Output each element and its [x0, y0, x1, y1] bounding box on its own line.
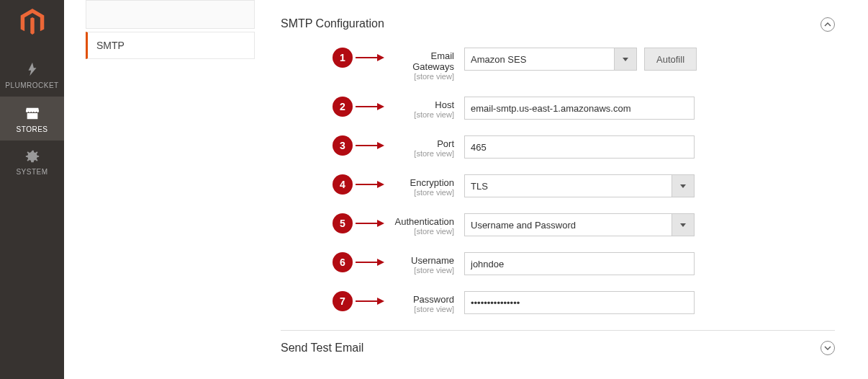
nav-item-system[interactable]: SYSTEM: [0, 141, 64, 183]
select-caret[interactable]: [672, 174, 695, 197]
row-password: 7 Password [store view]: [281, 291, 835, 314]
arrow-icon: [356, 53, 384, 63]
authentication-select[interactable]: Username and Password: [464, 213, 672, 236]
caret-down-icon: [679, 221, 687, 228]
config-subnav: SMTP: [64, 0, 255, 379]
subnav-item-smtp[interactable]: SMTP: [86, 32, 255, 59]
callout-badge: 3: [333, 135, 353, 156]
row-email-gateways: 1 Email Gateways [store view] Amazon SES…: [281, 48, 835, 81]
arrow-icon: [356, 102, 384, 112]
field-label: Email Gateways: [389, 50, 454, 72]
svg-marker-6: [377, 142, 384, 149]
svg-marker-1: [377, 54, 384, 61]
field-scope: [store view]: [389, 110, 454, 119]
section-title: SMTP Configuration: [281, 17, 835, 30]
field-label: Authentication: [389, 216, 454, 227]
field-scope: [store view]: [389, 305, 454, 313]
callout-badge: 6: [333, 252, 353, 272]
password-input[interactable]: [464, 291, 695, 314]
section2-title: Send Test Email: [281, 342, 363, 355]
nav-label: SYSTEM: [0, 168, 64, 176]
field-label: Port: [389, 138, 454, 149]
admin-sidebar: PLUMROCKET STORES SYSTEM: [0, 0, 64, 379]
nav-label: STORES: [0, 125, 64, 133]
field-scope: [store view]: [389, 72, 454, 81]
arrow-icon: [356, 218, 384, 228]
row-host: 2 Host [store view]: [281, 97, 835, 120]
caret-down-icon: [679, 182, 687, 190]
row-username: 6 Username [store view]: [281, 252, 835, 275]
field-label: Username: [389, 255, 454, 266]
port-input[interactable]: [464, 135, 695, 159]
row-authentication: 5 Authentication [store view] Username a…: [281, 213, 835, 236]
svg-marker-2: [623, 58, 628, 61]
chevron-up-icon: [824, 21, 831, 28]
nav-item-plumrocket[interactable]: PLUMROCKET: [0, 53, 64, 97]
nav-item-stores[interactable]: STORES: [0, 97, 64, 141]
svg-marker-11: [377, 220, 384, 227]
field-label: Password: [389, 294, 454, 305]
arrow-icon: [356, 257, 384, 267]
svg-marker-16: [377, 298, 384, 305]
field-scope: [store view]: [389, 188, 454, 197]
field-label: Encryption: [389, 177, 454, 188]
username-input[interactable]: [464, 252, 695, 275]
svg-marker-12: [680, 223, 686, 227]
subnav-group-header[interactable]: [86, 0, 255, 29]
callout-badge: 4: [333, 174, 353, 195]
svg-marker-4: [377, 103, 384, 110]
field-label: Host: [389, 99, 454, 110]
plumrocket-icon: [0, 61, 64, 79]
callout-badge: 7: [333, 291, 353, 311]
stores-icon: [0, 105, 64, 122]
field-scope: [store view]: [389, 266, 454, 275]
arrow-icon: [356, 296, 384, 306]
arrow-icon: [356, 179, 384, 190]
row-port: 3 Port [store view]: [281, 135, 835, 159]
control: Amazon SES Autofill: [464, 48, 697, 71]
select-caret[interactable]: [614, 48, 637, 71]
section-send-test-email: Send Test Email: [281, 330, 835, 355]
field-scope: [store view]: [389, 227, 454, 236]
select-caret[interactable]: [672, 213, 695, 236]
encryption-select[interactable]: TLS: [464, 174, 672, 197]
row-encryption: 4 Encryption [store view] TLS: [281, 174, 835, 197]
gear-icon: [0, 149, 64, 165]
magento-logo: [20, 9, 45, 38]
host-input[interactable]: [464, 97, 695, 120]
chevron-down-icon: [824, 344, 831, 352]
field-scope: [store view]: [389, 149, 454, 158]
callout-badge: 1: [333, 48, 353, 68]
svg-marker-14: [377, 259, 384, 266]
collapse-toggle[interactable]: [820, 17, 835, 32]
main-content: SMTP Configuration 1 Email Gateways [sto…: [255, 0, 868, 379]
svg-marker-8: [377, 181, 384, 188]
expand-toggle[interactable]: [820, 341, 835, 355]
email-gateways-select[interactable]: Amazon SES: [464, 48, 614, 71]
callout-badge: 5: [333, 213, 353, 233]
nav-label: PLUMROCKET: [0, 81, 64, 89]
autofill-button[interactable]: Autofill: [644, 48, 697, 71]
arrow-icon: [356, 141, 384, 151]
svg-marker-9: [680, 184, 686, 188]
callout-badge: 2: [333, 97, 353, 117]
magento-logo-icon: [20, 9, 45, 36]
caret-down-icon: [622, 55, 629, 63]
